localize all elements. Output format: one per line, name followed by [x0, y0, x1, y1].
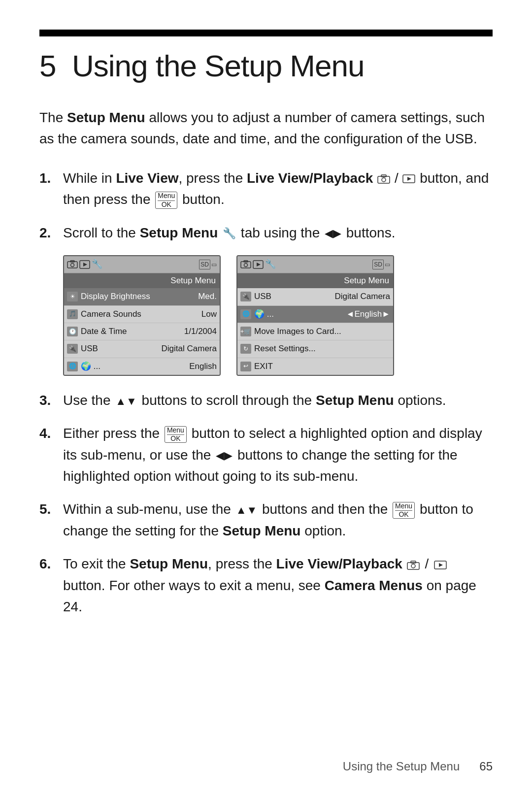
sc-camera-icon-r: [240, 260, 251, 269]
svg-rect-2: [381, 175, 386, 177]
playback-icon: [402, 174, 415, 184]
step-1-num: 1.: [39, 167, 57, 189]
screenshots-item: 🔧 SD ▭ Setup Menu ☀ Display Brightness M…: [39, 255, 493, 376]
sc-right-val-2: ◄English►: [346, 308, 390, 321]
step-6-num: 6.: [39, 553, 57, 574]
sc-left-val-4: Digital Camera: [162, 342, 217, 355]
sc-right-label-2: 🌍 ...: [254, 308, 343, 321]
step-3: 3. Use the ▲▼ buttons to scroll through …: [39, 390, 493, 411]
step-3-num: 3.: [39, 390, 57, 411]
footer-page-number: 65: [479, 760, 493, 773]
sc-left-label-4: USB: [81, 342, 159, 355]
sc-left-row-2: 🎵 Camera Sounds Low: [64, 306, 220, 323]
sc-right-label-5: EXIT: [254, 360, 387, 373]
sc-right-label-1: USB: [254, 290, 332, 303]
sc-left-label-3: Date & Time: [81, 325, 181, 338]
svg-point-11: [244, 263, 248, 266]
globe-icon-r2: 🌐: [240, 309, 251, 319]
menu-ok-button-inline-4: Menu OK: [165, 426, 187, 443]
sc-camera-icon: [67, 260, 78, 269]
sc-play-icon: [79, 260, 90, 269]
sc-left-row-4: 🔌 USB Digital Camera: [64, 340, 220, 358]
sc-right-row-1: 🔌 USB Digital Camera: [237, 288, 393, 305]
menu-ok-button-inline-1: Menu OK: [155, 192, 177, 209]
ud-arrows-step3: ▲▼: [115, 396, 137, 407]
page-footer: Using the Setup Menu 65: [343, 760, 493, 773]
svg-rect-0: [378, 176, 390, 183]
step-2: 2. Scroll to the Setup Menu 🔧 tab using …: [39, 222, 493, 243]
sc-right-row-5: ↩ EXIT: [237, 358, 393, 375]
usb-icon-r1: 🔌: [240, 292, 251, 301]
page-container: 5 Using the Setup Menu The Setup Menu al…: [0, 0, 532, 668]
svg-rect-15: [407, 563, 419, 569]
step-4-num: 4.: [39, 423, 57, 444]
sc-left-row-1: ☀ Display Brightness Med.: [64, 288, 220, 305]
step-2-content: Scroll to the Setup Menu 🔧 tab using the…: [63, 222, 493, 243]
svg-rect-17: [411, 561, 416, 563]
step-5-num: 5.: [39, 499, 57, 520]
reset-icon-r4: ↻: [240, 344, 251, 354]
sc-right-label-3: Move Images to Card...: [254, 325, 387, 338]
step-1: 1. While in Live View, press the Live Vi…: [39, 167, 493, 210]
svg-point-6: [71, 263, 74, 266]
globe-icon-l5: 🌐: [67, 362, 78, 371]
sc-left-val-5: English: [189, 360, 217, 373]
screenshot-right: 🔧 SD ▭ Setup Menu 🔌 USB Digital Camera: [236, 255, 394, 376]
steps-list: 1. While in Live View, press the Live Vi…: [39, 167, 493, 618]
sc-left-label-5: 🌍 ...: [81, 360, 186, 373]
step-4-content: Either press the Menu OK button to selec…: [63, 423, 493, 487]
sc-right-label-4: Reset Settings...: [254, 342, 387, 355]
svg-marker-4: [407, 177, 411, 181]
sc-left-row-5: 🌐 🌍 ... English: [64, 358, 220, 375]
sc-left-title: Setup Menu: [64, 273, 220, 288]
sc-left-val-1: Med.: [198, 290, 217, 303]
sc-left-label-2: Camera Sounds: [81, 308, 199, 321]
exit-icon-r5: ↩: [240, 362, 251, 371]
svg-marker-19: [439, 563, 443, 567]
sc-wrench-icon-r: 🔧: [265, 258, 276, 271]
screenshot-right-icons: 🔧: [240, 258, 276, 271]
chapter-title: 5 Using the Setup Menu: [39, 48, 493, 83]
camera-icon-step6: [407, 560, 420, 570]
sc-play-icon-r: [253, 260, 264, 269]
wrench-tab-icon: 🔧: [223, 225, 236, 242]
card-icon-r3: +🛒: [240, 327, 251, 336]
sc-right-row-4: ↻ Reset Settings...: [237, 340, 393, 358]
screenshot-left-icons: 🔧: [67, 258, 102, 271]
screenshot-left: 🔧 SD ▭ Setup Menu ☀ Display Brightness M…: [63, 255, 221, 376]
sc-left-val-2: Low: [201, 308, 217, 321]
svg-marker-14: [257, 263, 261, 266]
sc-left-sd: SD ▭: [199, 260, 217, 270]
brightness-icon: ☀: [67, 292, 78, 301]
svg-point-16: [411, 564, 415, 568]
sc-wrench-icon: 🔧: [92, 258, 102, 271]
sc-right-val-1: Digital Camera: [335, 290, 390, 303]
lr-arrows-step2: ◀▶: [325, 228, 341, 239]
sc-right-sd: SD ▭: [372, 260, 390, 270]
step-3-content: Use the ▲▼ buttons to scroll through the…: [63, 390, 493, 411]
slash-step6: /: [425, 556, 429, 571]
screenshot-right-header: 🔧 SD ▭: [237, 256, 393, 273]
chapter-title-text: Using the Setup Menu: [72, 49, 365, 83]
step-1-content: While in Live View, press the Live View/…: [63, 167, 493, 210]
sc-left-val-3: 1/1/2004: [184, 325, 217, 338]
sc-left-label-1: Display Brightness: [81, 290, 195, 303]
step-6-content: To exit the Setup Menu, press the Live V…: [63, 553, 493, 617]
sc-right-row-2: 🌐 🌍 ... ◄English►: [237, 306, 393, 323]
svg-point-1: [382, 178, 386, 182]
step-4: 4. Either press the Menu OK button to se…: [39, 423, 493, 487]
sounds-icon: 🎵: [67, 309, 78, 319]
lr-arrows-step4: ◀▶: [216, 450, 233, 461]
top-bar: [39, 30, 493, 36]
screenshot-left-header: 🔧 SD ▭: [64, 256, 220, 273]
svg-marker-9: [83, 263, 87, 266]
step-6: 6. To exit the Setup Menu, press the Liv…: [39, 553, 493, 617]
camera-icon: [377, 174, 390, 184]
sc-right-title: Setup Menu: [237, 273, 393, 288]
usb-icon-l4: 🔌: [67, 344, 78, 354]
step-2-num: 2.: [39, 222, 57, 243]
footer-chapter-label: Using the Setup Menu: [343, 760, 460, 773]
intro-paragraph: The Setup Menu allows you to adjust a nu…: [39, 107, 493, 150]
playback-icon-step6: [434, 560, 447, 570]
menu-ok-button-inline-5: Menu OK: [393, 502, 415, 519]
